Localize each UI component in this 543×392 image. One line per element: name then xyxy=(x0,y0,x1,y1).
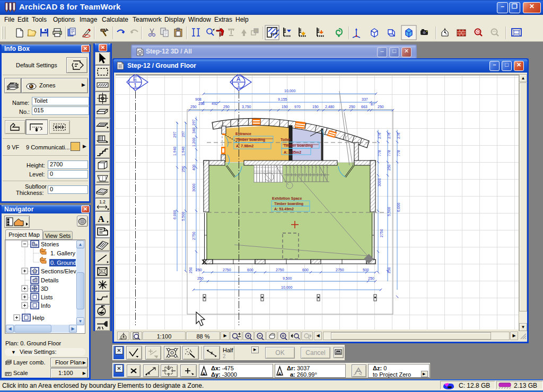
svg-text:276: 276 xyxy=(387,132,391,139)
svg-text:A: A xyxy=(237,76,241,82)
svg-text:2750: 2750 xyxy=(276,268,284,272)
svg-text:Timber boarding: Timber boarding xyxy=(274,202,303,206)
svg-text:340: 340 xyxy=(192,127,196,133)
svg-text:2750: 2750 xyxy=(223,268,231,272)
svg-text:1.2: 1.2 xyxy=(99,200,106,205)
svg-text:297: 297 xyxy=(173,131,177,138)
svg-text:A: A xyxy=(278,371,282,377)
svg-text:663: 663 xyxy=(361,105,367,109)
svg-text:Info: Info xyxy=(41,302,50,309)
svg-text:492: 492 xyxy=(212,102,218,105)
svg-text:297: 297 xyxy=(181,131,185,137)
svg-text:Sections/Eleva: Sections/Eleva xyxy=(41,268,80,274)
svg-text:2750: 2750 xyxy=(192,231,196,240)
svg-text:0. Ground: 0. Ground xyxy=(50,260,76,266)
svg-text:778: 778 xyxy=(397,150,400,156)
svg-text:9,155: 9,155 xyxy=(278,97,287,101)
svg-text:10,000: 10,000 xyxy=(281,286,293,289)
svg-text:250: 250 xyxy=(349,105,355,109)
svg-text:5,500: 5,500 xyxy=(387,207,391,216)
svg-text:250: 250 xyxy=(223,105,230,109)
svg-text:600: 600 xyxy=(302,268,309,272)
svg-text:E: E xyxy=(133,76,137,82)
svg-text:2750: 2750 xyxy=(380,229,383,237)
svg-text:1. Gallery: 1. Gallery xyxy=(50,250,76,256)
svg-text:A: 7.98m2: A: 7.98m2 xyxy=(236,144,253,148)
svg-text:2,480: 2,480 xyxy=(325,105,335,109)
svg-text:1: 1 xyxy=(237,82,240,88)
svg-text:970: 970 xyxy=(294,105,301,109)
svg-text:250: 250 xyxy=(387,164,391,171)
svg-text:250: 250 xyxy=(190,105,197,109)
svg-text:1,940: 1,940 xyxy=(181,146,185,156)
svg-text:250: 250 xyxy=(387,267,391,273)
svg-text:258: 258 xyxy=(198,102,205,105)
svg-text:276: 276 xyxy=(397,132,400,139)
svg-text:3,750: 3,750 xyxy=(242,105,251,109)
svg-text:3D: 3D xyxy=(41,286,48,292)
svg-text:250: 250 xyxy=(181,166,185,172)
svg-text:6,000: 6,000 xyxy=(173,210,177,219)
svg-text:10,000: 10,000 xyxy=(284,89,296,93)
svg-text:1,200: 1,200 xyxy=(192,137,196,147)
svg-text:3000: 3000 xyxy=(192,183,196,192)
svg-text:500: 500 xyxy=(363,268,369,272)
svg-text:Toilet: Toilet xyxy=(281,138,291,141)
svg-text:150: 150 xyxy=(282,105,288,109)
svg-text:337: 337 xyxy=(362,97,368,101)
svg-text:250: 250 xyxy=(196,268,202,272)
svg-text:Help: Help xyxy=(32,315,45,321)
svg-text:Details: Details xyxy=(41,277,59,283)
svg-text:250: 250 xyxy=(189,267,192,273)
svg-text:9,500: 9,500 xyxy=(283,277,292,280)
svg-text:600: 600 xyxy=(247,268,253,272)
svg-text:2750: 2750 xyxy=(336,268,344,272)
svg-text:1,940: 1,940 xyxy=(173,146,177,156)
svg-text:908: 908 xyxy=(195,97,202,101)
svg-text:6,000: 6,000 xyxy=(397,202,400,212)
svg-text:150: 150 xyxy=(312,105,319,109)
svg-text:Exhibition Space: Exhibition Space xyxy=(272,197,302,201)
svg-text:A: A xyxy=(202,371,206,377)
svg-text:Lists: Lists xyxy=(41,294,53,300)
svg-text:3000: 3000 xyxy=(378,178,381,186)
svg-text:Stories: Stories xyxy=(41,241,59,247)
svg-text:Entrance: Entrance xyxy=(235,132,251,136)
svg-text:A: 1.85m2: A: 1.85m2 xyxy=(284,150,301,154)
svg-text:Timber boarding: Timber boarding xyxy=(236,138,265,142)
svg-text:250: 250 xyxy=(368,277,374,280)
svg-text:276: 276 xyxy=(378,132,381,139)
svg-text:297: 297 xyxy=(192,119,196,126)
svg-text:1: 1 xyxy=(134,82,137,88)
svg-text:5,500: 5,500 xyxy=(181,211,185,221)
svg-text:A: A xyxy=(98,213,104,224)
svg-text:400: 400 xyxy=(192,164,196,171)
svg-text:778: 778 xyxy=(378,150,381,156)
svg-text:778: 778 xyxy=(387,150,391,156)
svg-text:A: 53.49m2: A: 53.49m2 xyxy=(274,207,294,211)
svg-text:250: 250 xyxy=(378,105,384,109)
svg-text:250: 250 xyxy=(197,277,204,280)
svg-text:87: 87 xyxy=(371,102,375,106)
svg-text:Timber boarding: Timber boarding xyxy=(284,144,313,148)
